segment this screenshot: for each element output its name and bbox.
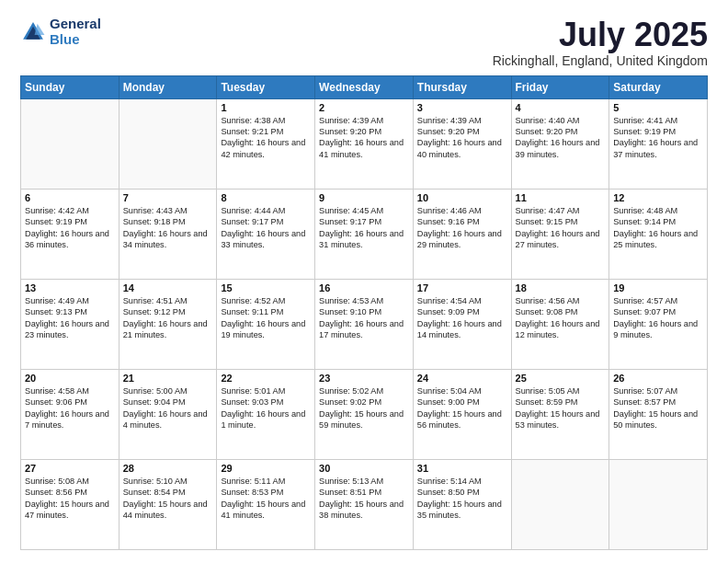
svg-marker-2 <box>35 23 45 34</box>
sunset-text: Sunset: 9:12 PM <box>123 306 213 317</box>
sunset-text: Sunset: 8:56 PM <box>25 487 115 498</box>
col-friday: Friday <box>511 75 609 98</box>
daylight-text: Daylight: 15 hours and 53 minutes. <box>516 408 606 431</box>
sunset-text: Sunset: 9:17 PM <box>221 216 311 227</box>
calendar-cell: 13Sunrise: 4:49 AMSunset: 9:13 PMDayligh… <box>21 279 119 369</box>
sunset-text: Sunset: 8:57 PM <box>613 396 703 408</box>
sunrise-text: Sunrise: 5:14 AM <box>417 476 507 487</box>
sunrise-text: Sunrise: 4:51 AM <box>123 295 213 306</box>
calendar-cell: 30Sunrise: 5:13 AMSunset: 8:51 PMDayligh… <box>315 459 414 549</box>
sunset-text: Sunset: 8:59 PM <box>516 396 606 408</box>
sunset-text: Sunset: 9:09 PM <box>417 306 507 317</box>
sunset-text: Sunset: 9:07 PM <box>613 306 703 317</box>
daylight-text: Daylight: 16 hours and 36 minutes. <box>25 228 115 251</box>
week-row-0: 1Sunrise: 4:38 AMSunset: 9:21 PMDaylight… <box>21 98 708 189</box>
daylight-text: Daylight: 16 hours and 23 minutes. <box>25 318 115 341</box>
calendar-cell <box>21 98 119 189</box>
calendar-table: Sunday Monday Tuesday Wednesday Thursday… <box>20 75 708 550</box>
calendar-cell: 23Sunrise: 5:02 AMSunset: 9:02 PMDayligh… <box>315 369 414 459</box>
sunrise-text: Sunrise: 4:40 AM <box>516 115 606 126</box>
sunrise-text: Sunrise: 5:13 AM <box>319 476 409 487</box>
daylight-text: Daylight: 15 hours and 41 minutes. <box>221 499 311 522</box>
sunrise-text: Sunrise: 5:00 AM <box>123 385 213 396</box>
day-number: 16 <box>319 282 409 293</box>
calendar-cell <box>511 459 609 549</box>
daylight-text: Daylight: 15 hours and 50 minutes. <box>613 408 703 431</box>
sunset-text: Sunset: 9:15 PM <box>516 216 606 227</box>
calendar-header-row: Sunday Monday Tuesday Wednesday Thursday… <box>21 75 708 98</box>
calendar-cell: 6Sunrise: 4:42 AMSunset: 9:19 PMDaylight… <box>21 189 119 279</box>
col-monday: Monday <box>119 75 217 98</box>
sunset-text: Sunset: 8:50 PM <box>417 487 507 498</box>
day-number: 9 <box>319 192 409 203</box>
calendar-cell: 9Sunrise: 4:45 AMSunset: 9:17 PMDaylight… <box>315 189 414 279</box>
day-number: 30 <box>319 463 409 474</box>
daylight-text: Daylight: 15 hours and 44 minutes. <box>123 499 213 522</box>
day-number: 31 <box>417 463 507 474</box>
day-number: 24 <box>417 373 507 384</box>
sunrise-text: Sunrise: 5:10 AM <box>123 476 213 487</box>
sunrise-text: Sunrise: 5:11 AM <box>221 476 311 487</box>
sunrise-text: Sunrise: 4:43 AM <box>123 205 213 216</box>
daylight-text: Daylight: 16 hours and 37 minutes. <box>613 137 703 160</box>
calendar-cell: 25Sunrise: 5:05 AMSunset: 8:59 PMDayligh… <box>511 369 609 459</box>
calendar-cell: 7Sunrise: 4:43 AMSunset: 9:18 PMDaylight… <box>119 189 217 279</box>
sunrise-text: Sunrise: 4:38 AM <box>221 115 311 126</box>
location-subtitle: Rickinghall, England, United Kingdom <box>493 53 708 68</box>
sunset-text: Sunset: 9:08 PM <box>516 306 606 317</box>
sunrise-text: Sunrise: 5:01 AM <box>221 385 311 396</box>
daylight-text: Daylight: 16 hours and 17 minutes. <box>319 318 409 341</box>
day-number: 17 <box>417 282 507 293</box>
day-number: 4 <box>516 102 606 113</box>
header: General Blue July 2025 Rickinghall, Engl… <box>20 17 708 68</box>
daylight-text: Daylight: 16 hours and 42 minutes. <box>221 137 311 160</box>
title-block: July 2025 Rickinghall, England, United K… <box>493 17 708 68</box>
sunset-text: Sunset: 9:18 PM <box>123 216 213 227</box>
day-number: 21 <box>123 373 213 384</box>
calendar-cell: 27Sunrise: 5:08 AMSunset: 8:56 PMDayligh… <box>21 459 119 549</box>
day-number: 18 <box>516 282 606 293</box>
sunset-text: Sunset: 9:21 PM <box>221 126 311 137</box>
sunset-text: Sunset: 9:17 PM <box>319 216 409 227</box>
daylight-text: Daylight: 16 hours and 25 minutes. <box>613 228 703 251</box>
sunrise-text: Sunrise: 4:42 AM <box>25 205 115 216</box>
day-number: 8 <box>221 192 311 203</box>
day-number: 23 <box>319 373 409 384</box>
sunrise-text: Sunrise: 4:39 AM <box>319 115 409 126</box>
page: General Blue July 2025 Rickinghall, Engl… <box>0 0 728 563</box>
calendar-cell: 10Sunrise: 4:46 AMSunset: 9:16 PMDayligh… <box>413 189 511 279</box>
calendar-cell: 24Sunrise: 5:04 AMSunset: 9:00 PMDayligh… <box>413 369 511 459</box>
daylight-text: Daylight: 15 hours and 35 minutes. <box>417 499 507 522</box>
day-number: 20 <box>25 373 115 384</box>
logo: General Blue <box>20 17 101 47</box>
calendar-cell: 19Sunrise: 4:57 AMSunset: 9:07 PMDayligh… <box>609 279 708 369</box>
day-number: 13 <box>25 282 115 293</box>
sunrise-text: Sunrise: 4:45 AM <box>319 205 409 216</box>
col-saturday: Saturday <box>609 75 708 98</box>
day-number: 1 <box>221 102 311 113</box>
daylight-text: Daylight: 16 hours and 9 minutes. <box>613 318 703 341</box>
day-number: 11 <box>516 192 606 203</box>
sunrise-text: Sunrise: 4:46 AM <box>417 205 507 216</box>
sunset-text: Sunset: 9:13 PM <box>25 306 115 317</box>
day-number: 3 <box>417 102 507 113</box>
sunset-text: Sunset: 9:03 PM <box>221 396 311 408</box>
sunrise-text: Sunrise: 4:49 AM <box>25 295 115 306</box>
day-number: 15 <box>221 282 311 293</box>
sunset-text: Sunset: 9:11 PM <box>221 306 311 317</box>
day-number: 2 <box>319 102 409 113</box>
day-number: 25 <box>516 373 606 384</box>
daylight-text: Daylight: 16 hours and 40 minutes. <box>417 137 507 160</box>
sunrise-text: Sunrise: 4:48 AM <box>613 205 703 216</box>
sunset-text: Sunset: 8:54 PM <box>123 487 213 498</box>
daylight-text: Daylight: 16 hours and 33 minutes. <box>221 228 311 251</box>
calendar-cell: 28Sunrise: 5:10 AMSunset: 8:54 PMDayligh… <box>119 459 217 549</box>
sunset-text: Sunset: 9:20 PM <box>516 126 606 137</box>
sunset-text: Sunset: 8:51 PM <box>319 487 409 498</box>
daylight-text: Daylight: 16 hours and 34 minutes. <box>123 228 213 251</box>
daylight-text: Daylight: 16 hours and 1 minute. <box>221 408 311 431</box>
calendar-cell: 16Sunrise: 4:53 AMSunset: 9:10 PMDayligh… <box>315 279 414 369</box>
sunset-text: Sunset: 9:19 PM <box>613 126 703 137</box>
sunrise-text: Sunrise: 5:07 AM <box>613 385 703 396</box>
calendar-cell: 15Sunrise: 4:52 AMSunset: 9:11 PMDayligh… <box>217 279 315 369</box>
